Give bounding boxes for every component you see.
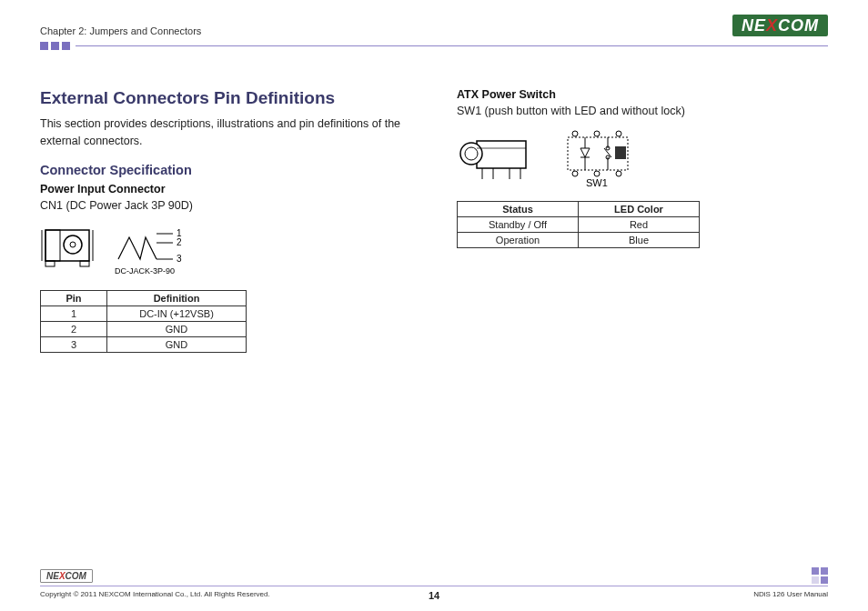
logo-part-mid: X	[59, 571, 66, 581]
svg-rect-0	[45, 230, 89, 261]
header-decor-boxes	[40, 42, 70, 50]
table-cell: Standby / Off	[458, 217, 579, 233]
svg-point-2	[64, 235, 82, 254]
table-row: Operation Blue	[458, 233, 700, 248]
svg-rect-35	[615, 146, 626, 159]
svg-point-25	[616, 171, 621, 176]
table-cell: GND	[107, 321, 247, 336]
table-header: Definition	[107, 290, 247, 306]
power-input-desc: CN1 (DC Power Jack 3P 90D)	[40, 199, 411, 212]
svg-point-23	[572, 171, 578, 176]
svg-point-24	[594, 171, 600, 176]
footer-logo: NEXCOM	[40, 569, 93, 583]
header-rule	[76, 45, 828, 46]
svg-point-21	[594, 131, 600, 136]
table-cell: 1	[41, 306, 107, 321]
table-row: Standby / Off Red	[458, 217, 700, 233]
table-row: 1 DC-IN (+12VSB)	[41, 306, 247, 321]
table-cell: DC-IN (+12VSB)	[107, 306, 247, 321]
svg-point-3	[70, 242, 76, 247]
table-header: Pin	[41, 290, 107, 306]
table-row: 3 GND	[41, 336, 247, 352]
svg-rect-4	[45, 261, 55, 266]
dc-jack-figure: 1 2 3 DC-JACK-3P-90	[40, 225, 411, 279]
table-row: 2 GND	[41, 321, 247, 336]
connector-spec-heading: Connector Specification	[40, 163, 411, 177]
table-header-row: Status LED Color	[458, 202, 700, 217]
svg-rect-11	[477, 141, 526, 168]
pin-definition-table: Pin Definition 1 DC-IN (+12VSB) 2 GND 3 …	[40, 290, 247, 353]
switch-schematic-icon: SW1	[559, 130, 642, 190]
dc-jack-figure-label: DC-JACK-3P-90	[115, 266, 175, 275]
svg-rect-1	[45, 230, 60, 261]
svg-marker-26	[580, 148, 590, 157]
table-header: LED Color	[579, 202, 700, 217]
page-number: 14	[429, 590, 439, 601]
svg-point-22	[616, 131, 621, 136]
table-cell: Red	[579, 217, 700, 233]
pin-3-label: 3	[177, 254, 182, 264]
led-color-table: Status LED Color Standby / Off Red Opera…	[457, 201, 700, 248]
manual-name: NDiS 126 User Manual	[753, 590, 828, 598]
pin-2-label: 2	[177, 237, 182, 247]
logo-part-mid: X	[766, 16, 778, 35]
atx-heading: ATX Power Switch	[457, 88, 828, 101]
logo-part-left: NE	[46, 571, 59, 581]
logo-part-left: NE	[742, 16, 766, 35]
table-cell: GND	[107, 336, 247, 352]
table-cell: Operation	[458, 233, 579, 248]
svg-point-20	[572, 131, 578, 136]
atx-switch-figure: SW1	[457, 130, 828, 190]
logo-part-right: COM	[778, 16, 819, 35]
chapter-title: Chapter 2: Jumpers and Connectors	[40, 25, 201, 36]
footer-rule	[40, 586, 828, 586]
table-cell: 2	[41, 321, 107, 336]
table-header: Status	[458, 202, 579, 217]
table-header-row: Pin Definition	[41, 290, 247, 306]
section-title: External Connectors Pin Definitions	[40, 88, 411, 108]
table-cell: 3	[41, 336, 107, 352]
dc-jack-pinout-icon: 1 2 3 DC-JACK-3P-90	[109, 225, 191, 279]
logo-part-right: COM	[66, 571, 86, 581]
table-cell: Blue	[579, 233, 700, 248]
brand-logo: NEXCOM	[732, 15, 828, 36]
schematic-label: SW1	[586, 177, 608, 188]
atx-desc: SW1 (push button with LED and without lo…	[457, 105, 828, 117]
power-input-heading: Power Input Connector	[40, 183, 411, 195]
dc-jack-icon	[40, 225, 96, 270]
svg-point-12	[460, 143, 482, 165]
push-button-icon	[457, 130, 537, 183]
footer-decor-squares	[812, 567, 828, 584]
svg-rect-5	[80, 261, 89, 266]
copyright-text: Copyright © 2011 NEXCOM International Co…	[40, 590, 270, 598]
section-intro: This section provides descriptions, illu…	[40, 115, 411, 150]
